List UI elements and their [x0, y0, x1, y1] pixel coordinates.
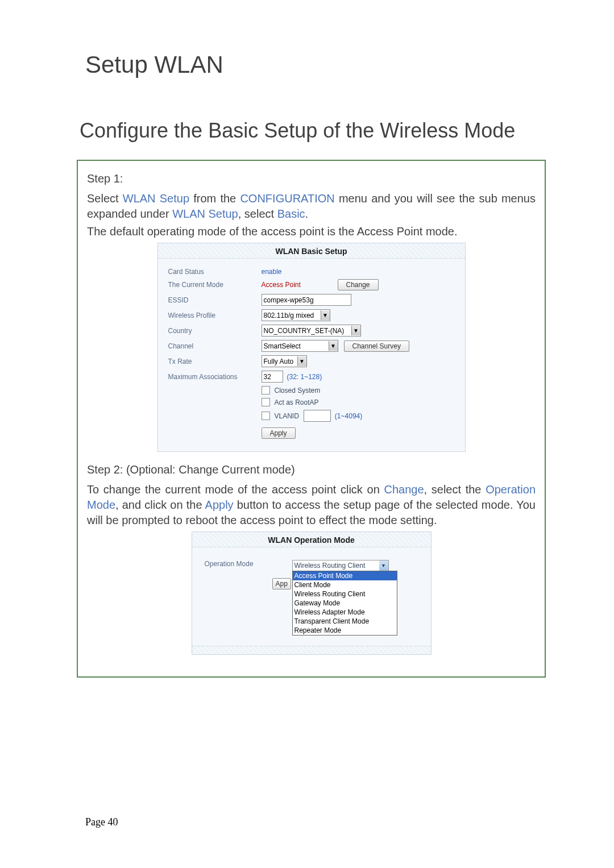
wireless-profile-label: Wireless Profile: [168, 312, 259, 319]
chevron-down-icon: ▼: [297, 356, 306, 366]
list-item[interactable]: Gateway Mode: [293, 599, 397, 608]
vlanid-input[interactable]: [304, 410, 331, 422]
operation-mode-label: Operation Mode: [205, 560, 290, 568]
panel-footer: [192, 646, 431, 654]
link-apply: Apply: [205, 499, 234, 511]
page-title: Setup WLAN: [85, 51, 546, 78]
apply-button-partial[interactable]: App: [272, 578, 291, 589]
text: To change the current mode of the access…: [87, 483, 384, 496]
country-label: Country: [168, 327, 259, 335]
txrate-select[interactable]: Fully Auto ▼: [262, 355, 307, 367]
essid-input[interactable]: [262, 294, 351, 306]
maxassoc-input[interactable]: [262, 371, 283, 383]
wireless-profile-select[interactable]: 802.11b/g mixed ▼: [262, 309, 330, 321]
step2-paragraph: To change the current mode of the access…: [87, 482, 536, 528]
chevron-down-icon: ▼: [329, 341, 338, 351]
card-status-label: Card Status: [168, 268, 259, 276]
step2-heading: Step 2: (Optional: Change Current mode): [87, 463, 536, 476]
text: , and click on the: [115, 499, 205, 511]
text: from the: [189, 192, 240, 205]
vlanid-label: VLANID: [275, 412, 299, 420]
page-footer: Page 40: [85, 816, 118, 828]
rootap-label: Act as RootAP: [275, 398, 319, 406]
maxassoc-hint: (32: 1~128): [287, 373, 322, 381]
current-mode-label: The Current Mode: [168, 281, 259, 289]
text: Select: [87, 192, 123, 205]
text: , select: [238, 207, 277, 220]
wlan-operation-mode-panel: WLAN Operation Mode Operation Mode Wirel…: [192, 531, 432, 655]
apply-button[interactable]: Apply: [262, 427, 296, 439]
instruction-box: Step 1: Select WLAN Setup from the CONFI…: [77, 160, 546, 678]
rootap-checkbox[interactable]: [262, 398, 270, 406]
operation-mode-dropdown[interactable]: Wireless Routing Client ▾ App Access Poi…: [292, 560, 389, 571]
closed-system-checkbox[interactable]: [262, 386, 270, 394]
select-value: SmartSelect: [264, 342, 301, 350]
essid-label: ESSID: [168, 296, 259, 304]
dropdown-list[interactable]: Access Point Mode Client Mode Wireless R…: [292, 571, 397, 636]
txrate-label: Tx Rate: [168, 358, 259, 366]
link-change: Change: [384, 483, 424, 496]
vlanid-hint: (1~4094): [335, 412, 362, 420]
maxassoc-label: Maximum Associations: [168, 373, 259, 381]
link-wlan-setup-2: WLAN Setup: [172, 207, 238, 220]
chevron-down-icon: ▼: [321, 310, 330, 320]
panel-title: WLAN Basic Setup: [158, 243, 465, 259]
card-status-value: enable: [262, 268, 282, 276]
closed-system-label: Closed System: [275, 387, 321, 394]
change-button[interactable]: Change: [338, 279, 379, 290]
select-value: Fully Auto: [264, 358, 294, 366]
list-item[interactable]: Wireless Adapter Mode: [293, 608, 397, 617]
link-basic: Basic: [277, 207, 305, 220]
link-configuration: CONFIGURATION: [240, 192, 334, 205]
text: .: [305, 207, 309, 220]
step1-paragraph: Select WLAN Setup from the CONFIGURATION…: [87, 191, 536, 222]
vlanid-checkbox[interactable]: [262, 412, 270, 420]
country-select[interactable]: NO_COUNTRY_SET-(NA) ▼: [262, 325, 361, 337]
list-item[interactable]: Client Mode: [293, 580, 397, 589]
chevron-down-icon: ▾: [379, 560, 388, 571]
select-value: Wireless Routing Client: [294, 562, 366, 570]
current-mode-value: Access Point: [262, 281, 335, 289]
channel-label: Channel: [168, 342, 259, 350]
list-item[interactable]: Repeater Mode: [293, 626, 397, 635]
step1-heading: Step 1:: [87, 172, 536, 185]
list-item[interactable]: Transparent Client Mode: [293, 617, 397, 626]
select-value: NO_COUNTRY_SET-(NA): [264, 327, 345, 335]
text: , select the: [424, 483, 486, 496]
step1-line2: The default operating mode of the access…: [87, 224, 536, 239]
channel-select[interactable]: SmartSelect ▼: [262, 340, 338, 352]
channel-survey-button[interactable]: Channel Survey: [344, 340, 409, 352]
wlan-basic-setup-panel: WLAN Basic Setup Card Status enable The …: [157, 243, 466, 452]
chevron-down-icon: ▼: [351, 326, 360, 335]
list-item[interactable]: Wireless Routing Client: [293, 589, 397, 599]
panel-title: WLAN Operation Mode: [192, 532, 431, 547]
list-item[interactable]: Access Point Mode: [293, 571, 397, 580]
link-wlan-setup: WLAN Setup: [123, 192, 189, 205]
section-heading: Configure the Basic Setup of the Wireles…: [80, 118, 546, 143]
select-value: 802.11b/g mixed: [264, 312, 314, 319]
